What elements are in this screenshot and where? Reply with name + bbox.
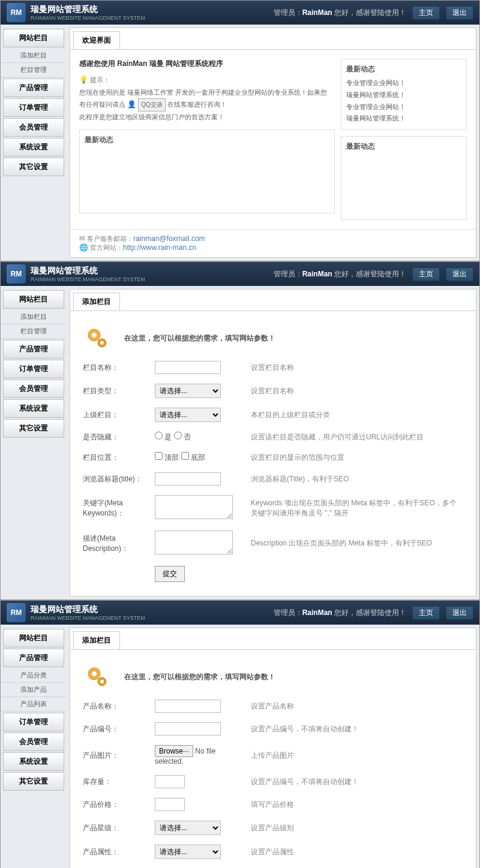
svg-point-1	[92, 333, 97, 337]
input-5[interactable]	[155, 472, 221, 486]
select-6[interactable]: 请选择...	[155, 845, 221, 859]
menu-product-manage[interactable]: 产品管理	[3, 649, 64, 667]
menu-system-settings[interactable]: 系统设置	[3, 752, 64, 771]
globe-icon: 🌐	[79, 243, 88, 252]
menu-order-manage[interactable]: 订单管理	[3, 360, 64, 378]
form-hint: 设置产品属性	[247, 840, 467, 864]
form-row: 上级栏目： 请选择... 本栏目的上级栏目或分类	[79, 403, 467, 427]
svg-point-3	[100, 341, 104, 345]
footer-site-link[interactable]: http://www.rain-man.cn	[123, 243, 196, 252]
form-hint: 本栏目的上级栏目或分类	[247, 403, 467, 427]
news-box-right: 最新动态	[341, 136, 467, 220]
menu-system-settings[interactable]: 系统设置	[3, 138, 64, 156]
main-content: 添加栏目 在这里，您可以根据您的需求，填写网站参数！ 栏目名称： 设置栏目名称 …	[70, 289, 476, 596]
logo-icon: RM	[7, 3, 26, 22]
select-1[interactable]: 请选择...	[155, 384, 221, 398]
form-label: 产品星级：	[79, 816, 151, 840]
logout-button[interactable]: 退出	[446, 267, 473, 281]
input-1[interactable]	[155, 722, 221, 736]
tab-add-column[interactable]: 添加栏目	[73, 293, 120, 311]
svg-point-5	[92, 671, 97, 676]
news-item: 瑞曼网站管理系统！	[346, 89, 461, 101]
menu-add-column[interactable]: 添加栏目	[1, 310, 67, 324]
qq-chat-button[interactable]: QQ交谈	[138, 98, 166, 111]
home-button[interactable]: 主页	[412, 606, 440, 620]
gear-icon	[85, 665, 109, 689]
textarea-7[interactable]	[155, 531, 233, 554]
app-header: RM 瑞曼网站管理系统 RAINMAN WEBSITE MANAGEMENT S…	[1, 601, 479, 625]
check-opt1[interactable]: 顶部	[155, 453, 179, 462]
menu-product-category[interactable]: 产品分类	[1, 668, 67, 683]
textarea-6[interactable]	[155, 495, 233, 519]
form-label: 产品图片：	[79, 740, 151, 770]
form-label: 栏目名称：	[79, 356, 151, 379]
menu-product-manage[interactable]: 产品管理	[3, 340, 64, 358]
home-button[interactable]: 主页	[412, 6, 440, 20]
form-hint: 设置产品编号，不填将自动创建！	[247, 718, 467, 740]
footer-email-link[interactable]: rainman@foxmail.com	[133, 234, 205, 243]
menu-website-columns[interactable]: 网站栏目	[3, 29, 64, 47]
form-hint: 设置栏目名称	[247, 356, 467, 379]
form-row: 产品价格： 填写产品价格	[79, 793, 467, 816]
browse-button[interactable]: Browse···	[155, 745, 193, 757]
menu-member-manage[interactable]: 会员管理	[3, 733, 64, 751]
qq-icon: 👤	[127, 100, 136, 108]
menu-order-manage[interactable]: 订单管理	[3, 98, 64, 117]
input-4[interactable]	[155, 798, 185, 811]
input-0[interactable]	[155, 361, 221, 374]
panel-add-product: RM 瑞曼网站管理系统 RAINMAN WEBSITE MANAGEMENT S…	[0, 600, 480, 868]
form-label: 栏目位置：	[79, 447, 151, 468]
sidebar: 网站栏目 添加栏目 栏目管理 产品管理 订单管理 会员管理 系统设置 其它设置	[1, 25, 67, 261]
menu-column-manage[interactable]: 栏目管理	[1, 63, 67, 77]
title-block: 瑞曼网站管理系统 RAINMAN WEBSITE MANAGEMENT SYST…	[31, 604, 145, 621]
menu-product-list[interactable]: 产品列表	[1, 697, 67, 712]
menu-website-columns[interactable]: 网站栏目	[3, 290, 64, 309]
form-row: 关键字(Meta Keywords)： Keywords 项出现在页面头部的 M…	[79, 490, 467, 526]
check-opt2[interactable]: 底部	[181, 453, 205, 462]
menu-other-settings[interactable]: 其它设置	[3, 419, 64, 438]
tab-welcome[interactable]: 欢迎界面	[73, 31, 120, 49]
logout-button[interactable]: 退出	[446, 606, 473, 620]
radio-opt2[interactable]: 否	[174, 433, 191, 441]
form-desc: 在这里，您可以根据您的需求，填写网站参数！	[115, 663, 284, 691]
submit-button[interactable]: 提交	[155, 566, 185, 582]
menu-member-manage[interactable]: 会员管理	[3, 118, 64, 137]
menu-product-manage[interactable]: 产品管理	[3, 79, 64, 97]
select-5[interactable]: 请选择...	[155, 821, 221, 835]
app-title: 瑞曼网站管理系统	[31, 4, 145, 15]
select-2[interactable]: 请选择...	[155, 408, 221, 422]
form-label: 关键字(Meta Keywords)：	[79, 490, 151, 526]
menu-other-settings[interactable]: 其它设置	[3, 158, 64, 176]
home-button[interactable]: 主页	[412, 267, 440, 281]
form-row: 产品图片： Browse··· No file selected. 上传产品图片	[79, 740, 467, 770]
sidebar: 网站栏目 产品管理 产品分类 添加产品 产品列表 订单管理 会员管理 系统设置 …	[1, 625, 67, 868]
form-hint: 设置产品分类	[247, 864, 467, 868]
input-3[interactable]	[155, 775, 185, 788]
menu-column-manage[interactable]: 栏目管理	[1, 324, 67, 339]
form-label: 描述(Meta Description)：	[79, 526, 151, 561]
menu-other-settings[interactable]: 其它设置	[3, 772, 64, 791]
welcome-text: 管理员：RainMan 您好，感谢登陆使用！	[274, 608, 406, 618]
form-label: 库存量：	[79, 770, 151, 793]
menu-order-manage[interactable]: 订单管理	[3, 713, 64, 731]
form-row: 栏目名称： 设置栏目名称	[79, 356, 467, 379]
input-0[interactable]	[155, 700, 221, 713]
form-row: 产品属性： 请选择... 设置产品属性	[79, 840, 467, 864]
logout-button[interactable]: 退出	[446, 6, 473, 20]
menu-member-manage[interactable]: 会员管理	[3, 379, 64, 398]
radio-opt1[interactable]: 是	[155, 433, 172, 441]
app-header: RM 瑞曼网站管理系统 RAINMAN WEBSITE MANAGEMENT S…	[1, 262, 479, 286]
form-hint: 设置栏目的显示的范围与位置	[247, 447, 467, 468]
menu-website-columns[interactable]: 网站栏目	[3, 629, 64, 647]
form-row: 栏目类型： 请选择... 设置栏目名称	[79, 379, 467, 403]
welcome-text: 管理员：RainMan 您好，感谢登陆使用！	[274, 8, 406, 18]
menu-system-settings[interactable]: 系统设置	[3, 399, 64, 418]
form-row: 库存量： 设置产品编号，不填将自动创建！	[79, 770, 467, 793]
menu-add-column[interactable]: 添加栏目	[1, 49, 67, 63]
tab-add-column[interactable]: 添加栏目	[73, 631, 120, 649]
form-hint: 设置产品名称	[247, 695, 467, 718]
menu-add-product[interactable]: 添加产品	[1, 683, 67, 697]
logo-icon: RM	[7, 264, 26, 284]
form-row: 描述(Meta Description)： Description 出现在页面头…	[79, 526, 467, 561]
app-title: 瑞曼网站管理系统	[31, 604, 145, 615]
